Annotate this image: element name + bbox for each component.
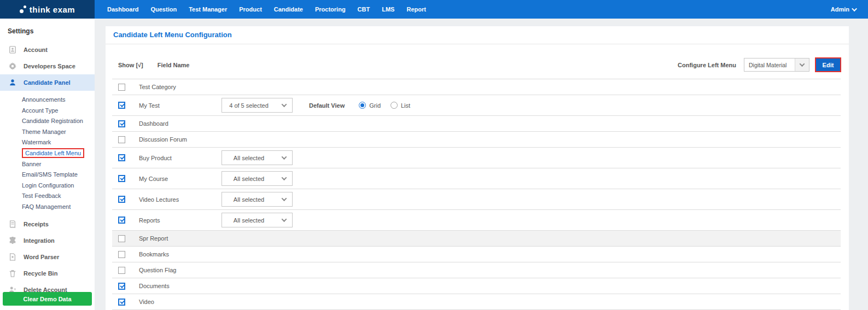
topbar-spacer <box>432 0 831 19</box>
show-checkbox-cell <box>112 102 139 109</box>
selected-radio[interactable] <box>359 102 366 109</box>
sidebar-subitem-watermark[interactable]: Watermark <box>22 139 51 145</box>
sidebar-subitem-account-type[interactable]: Account Type <box>22 107 58 114</box>
unchecked-checkbox[interactable] <box>118 136 125 143</box>
checked-checkbox[interactable] <box>118 175 125 182</box>
checked-checkbox[interactable] <box>118 154 125 161</box>
field-options-select[interactable]: All selected <box>222 192 293 207</box>
checked-checkbox[interactable] <box>118 120 125 127</box>
select-value: All selected <box>234 217 264 224</box>
main-nav: DashboardQuestionTest ManagerProductCand… <box>95 0 432 19</box>
sidebar-item-candidate-panel[interactable]: Candidate Panel <box>0 74 95 91</box>
sidebar-subitem-candidate-left-menu[interactable]: Candidate Left Menu <box>22 148 84 158</box>
nav-item-lms[interactable]: LMS <box>376 0 400 19</box>
person-icon <box>8 79 16 87</box>
unchecked-checkbox[interactable] <box>118 251 125 258</box>
default-view-option-grid[interactable]: Grid <box>359 102 381 109</box>
sidebar-item-word-parser[interactable]: Word Parser <box>0 249 95 265</box>
show-checkbox-cell <box>112 235 139 242</box>
checked-checkbox[interactable] <box>118 217 125 224</box>
sidebar-item-label: Account <box>24 46 48 53</box>
table-header-row: Show [√] Field Name Configure Left Menu … <box>112 57 841 72</box>
configure-left-menu-select[interactable]: Digital Material <box>744 58 809 72</box>
unselected-radio[interactable] <box>391 102 398 109</box>
table-row: Discussion Forum <box>112 132 841 148</box>
admin-menu[interactable]: Admin <box>831 0 868 19</box>
sidebar-item-label: Integration <box>24 237 55 244</box>
unchecked-checkbox[interactable] <box>118 84 125 91</box>
field-name-label: Documents <box>139 283 222 289</box>
unchecked-checkbox[interactable] <box>118 235 125 242</box>
checked-checkbox[interactable] <box>118 196 125 203</box>
checked-checkbox[interactable] <box>118 102 125 109</box>
sidebar-subitem-test-feedback[interactable]: Test Feedback <box>22 192 61 199</box>
chevron-down-icon <box>795 59 809 71</box>
field-name-label: Reports <box>139 217 222 224</box>
sidebar-subitem-login-configuration[interactable]: Login Configuration <box>22 182 74 189</box>
show-checkbox-cell <box>112 283 139 290</box>
show-checkbox-cell <box>112 154 139 161</box>
chevron-down-icon <box>276 192 292 206</box>
show-checkbox-cell <box>112 175 139 182</box>
show-checkbox-cell <box>112 299 139 306</box>
sidebar-subitem-theme-manager[interactable]: Theme Manager <box>22 128 66 135</box>
clear-demo-data-button[interactable]: Clear Demo Data <box>3 292 92 306</box>
candidate-panel-subitems: AnnouncementsAccount TypeCandidate Regis… <box>0 91 95 216</box>
field-options-select[interactable]: All selected <box>222 171 293 186</box>
field-name-label: Test Category <box>139 84 222 90</box>
field-name-label: Bookmarks <box>139 251 222 258</box>
admin-label: Admin <box>831 6 849 13</box>
chevron-down-icon <box>276 98 292 112</box>
table-row: Spr Report <box>112 231 841 247</box>
field-name-label: Discussion Forum <box>139 136 222 143</box>
show-checkbox-cell <box>112 267 139 274</box>
nav-item-question[interactable]: Question <box>144 0 183 19</box>
sidebar-subitem-email-sms-template[interactable]: Email/SMS Template <box>22 171 78 178</box>
field-options-select[interactable]: All selected <box>222 150 293 165</box>
radio-label: List <box>401 102 410 109</box>
select-value: All selected <box>234 196 264 203</box>
sidebar-item-recycle-bin[interactable]: Recycle Bin <box>0 265 95 282</box>
sidebar-item-developers-space[interactable]: Developers Space <box>0 58 95 74</box>
default-view-group: Default ViewGridList <box>309 102 410 109</box>
field-options-select[interactable]: 4 of 5 selected <box>222 98 293 113</box>
field-options-select[interactable]: All selected <box>222 213 293 227</box>
nav-item-cbt[interactable]: CBT <box>352 0 376 19</box>
table-row: Buy ProductAll selected <box>112 148 841 168</box>
sidebar-title: Settings <box>0 19 95 42</box>
checked-checkbox[interactable] <box>118 283 125 290</box>
checked-checkbox[interactable] <box>118 299 125 306</box>
configure-left-menu-label: Configure Left Menu <box>678 62 736 68</box>
edit-button[interactable]: Edit <box>815 57 841 72</box>
nav-item-dashboard[interactable]: Dashboard <box>101 0 144 19</box>
nav-item-candidate[interactable]: Candidate <box>268 0 309 19</box>
puzzle-icon <box>8 237 16 245</box>
sidebar-top-items: AccountDevelopers SpaceCandidate Panel <box>0 42 95 91</box>
sidebar-item-receipts[interactable]: Receipts <box>0 216 95 232</box>
show-checkbox-cell <box>112 120 139 127</box>
sidebar-subitem-faq-management[interactable]: FAQ Management <box>22 203 71 210</box>
table-row: Question Flag <box>112 262 841 278</box>
main-content: Candidate Left Menu Configuration Show [… <box>106 26 849 310</box>
nav-item-test-manager[interactable]: Test Manager <box>183 0 233 19</box>
select-value: All selected <box>234 176 264 182</box>
show-column-header: Show [√] <box>118 62 143 68</box>
table-row: Test Category <box>112 79 841 95</box>
unchecked-checkbox[interactable] <box>118 267 125 274</box>
sidebar-item-label: Word Parser <box>24 254 59 260</box>
app-logo[interactable]: think exam <box>0 0 95 19</box>
sidebar-subitem-announcements[interactable]: Announcements <box>22 96 66 103</box>
field-name-label: My Course <box>139 176 222 182</box>
chevron-down-icon <box>276 151 292 165</box>
sidebar-item-integration[interactable]: Integration <box>0 232 95 249</box>
show-checkbox-cell <box>112 217 139 224</box>
nav-item-product[interactable]: Product <box>233 0 268 19</box>
sidebar-subitem-banner[interactable]: Banner <box>22 161 41 167</box>
sidebar-subitem-candidate-registration[interactable]: Candidate Registration <box>22 118 83 124</box>
nav-item-report[interactable]: Report <box>400 0 432 19</box>
nav-item-proctoring[interactable]: Proctoring <box>309 0 352 19</box>
sidebar-item-label: Recycle Bin <box>24 270 57 277</box>
sidebar-item-account[interactable]: Account <box>0 42 95 58</box>
default-view-option-list[interactable]: List <box>391 102 410 109</box>
sidebar-item-label: Developers Space <box>24 63 75 69</box>
